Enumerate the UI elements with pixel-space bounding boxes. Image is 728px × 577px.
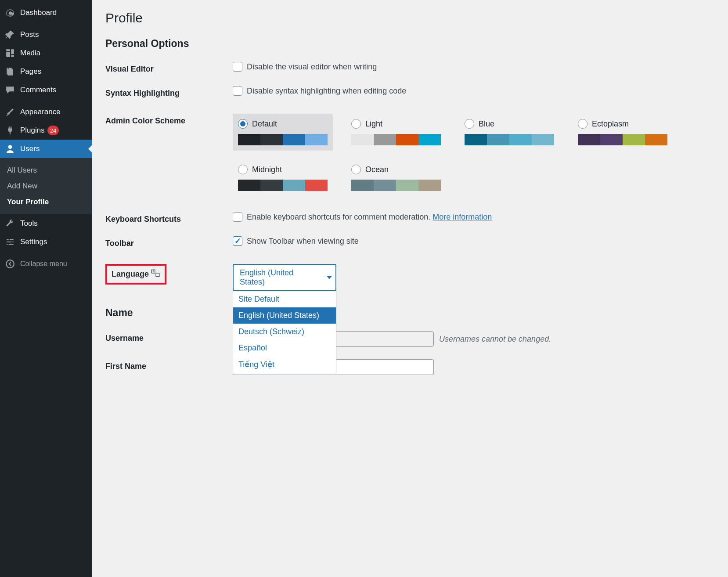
svg-point-0 — [6, 260, 14, 268]
language-option[interactable]: Tiếng Việt — [233, 356, 336, 373]
sidebar-item-label: Pages — [20, 67, 41, 76]
user-icon — [5, 144, 15, 154]
sidebar-item-tools[interactable]: Tools — [0, 214, 92, 233]
sidebar-item-label: Dashboard — [20, 8, 57, 17]
page-title: Profile — [105, 11, 715, 25]
plug-icon — [5, 126, 15, 135]
swatch — [465, 134, 487, 145]
color-schemes: DefaultLightBlueEctoplasmMidnightOcean — [233, 114, 715, 196]
sidebar-item-settings[interactable]: Settings — [0, 233, 92, 251]
sidebar-item-pages[interactable]: Pages — [0, 62, 92, 81]
color-scheme-radio[interactable] — [351, 119, 361, 129]
color-swatches — [238, 134, 328, 145]
swatch — [238, 180, 260, 191]
dashboard-icon — [5, 8, 15, 18]
brush-icon — [5, 107, 15, 117]
chevron-down-icon — [327, 276, 332, 279]
language-option[interactable]: Español — [233, 340, 336, 356]
color-swatches — [351, 134, 441, 145]
sidebar-item-users[interactable]: Users — [0, 140, 92, 158]
visual-editor-checkbox[interactable] — [233, 62, 242, 72]
color-scheme-ocean[interactable]: Ocean — [346, 159, 446, 196]
swatch — [532, 134, 554, 145]
sidebar-item-label: Settings — [20, 238, 47, 246]
sidebar-item-appearance[interactable]: Appearance — [0, 103, 92, 121]
keyboard-checkbox[interactable] — [233, 212, 242, 222]
language-option[interactable]: English (United States) — [233, 307, 336, 324]
first-name-label: First Name — [105, 359, 233, 371]
swatch — [374, 134, 396, 145]
sidebar-collapse[interactable]: Collapse menu — [0, 255, 92, 273]
language-option[interactable]: Deutsch (Schweiz) — [233, 324, 336, 340]
collapse-icon — [5, 259, 15, 269]
translate-icon: A文 — [151, 268, 160, 280]
more-info-link[interactable]: More information — [432, 213, 492, 221]
media-icon — [5, 48, 15, 58]
users-submenu: All Users Add New Your Profile — [0, 158, 92, 214]
toolbar-label: Toolbar — [105, 236, 233, 248]
swatch — [351, 180, 374, 191]
swatch — [238, 134, 260, 145]
language-select[interactable]: English (United States) — [233, 264, 336, 291]
color-scheme-radio[interactable] — [578, 119, 587, 129]
language-label-highlight: Language A文 — [105, 264, 166, 285]
color-scheme-name: Ectoplasm — [592, 119, 629, 129]
sidebar-item-label: Tools — [20, 219, 38, 228]
submenu-all-users[interactable]: All Users — [0, 162, 92, 178]
sidebar-item-comments[interactable]: Comments — [0, 81, 92, 99]
swatch — [487, 134, 509, 145]
submenu-add-new[interactable]: Add New — [0, 178, 92, 194]
language-option[interactable]: Site Default — [233, 291, 336, 307]
swatch — [260, 180, 283, 191]
color-scheme-label: Admin Color Scheme — [105, 114, 233, 126]
sidebar-item-posts[interactable]: Posts — [0, 25, 92, 44]
plugins-badge: 24 — [47, 126, 59, 135]
swatch — [305, 134, 328, 145]
sidebar-item-dashboard[interactable]: Dashboard — [0, 4, 92, 22]
swatch — [305, 180, 328, 191]
svg-text:文: 文 — [156, 273, 159, 276]
syntax-checkbox[interactable] — [233, 86, 242, 96]
swatch — [418, 134, 441, 145]
swatch — [418, 180, 441, 191]
color-scheme-ectoplasm[interactable]: Ectoplasm — [573, 114, 673, 151]
color-scheme-radio[interactable] — [238, 165, 248, 174]
sidebar-item-media[interactable]: Media — [0, 44, 92, 62]
admin-sidebar: Dashboard Posts Media Pages Comments App… — [0, 0, 92, 577]
toolbar-checkbox[interactable] — [233, 236, 242, 246]
language-select-wrap: English (United States) Site DefaultEngl… — [233, 264, 336, 291]
active-pointer — [88, 144, 93, 153]
syntax-label: Syntax Highlighting — [105, 86, 233, 98]
color-scheme-name: Default — [252, 119, 277, 129]
sidebar-item-label: Comments — [20, 86, 56, 94]
language-dropdown: Site DefaultEnglish (United States)Deuts… — [233, 291, 336, 373]
keyboard-label: Keyboard Shortcuts — [105, 212, 233, 224]
name-heading: Name — [105, 307, 715, 319]
color-swatches — [351, 180, 441, 191]
color-scheme-radio[interactable] — [351, 165, 361, 174]
sidebar-item-label: Users — [20, 144, 40, 153]
swatch — [578, 134, 600, 145]
pages-icon — [5, 67, 15, 76]
color-scheme-radio[interactable] — [465, 119, 474, 129]
color-scheme-midnight[interactable]: Midnight — [233, 159, 333, 196]
color-swatches — [578, 134, 667, 145]
submenu-your-profile[interactable]: Your Profile — [0, 194, 92, 210]
color-scheme-default[interactable]: Default — [233, 114, 333, 151]
swatch — [600, 134, 623, 145]
swatch — [283, 180, 305, 191]
sidebar-item-label: Media — [20, 49, 40, 58]
color-scheme-radio[interactable] — [238, 119, 248, 129]
collapse-label: Collapse menu — [20, 260, 67, 268]
sidebar-item-plugins[interactable]: Plugins 24 — [0, 121, 92, 140]
color-scheme-name: Blue — [479, 119, 494, 129]
keyboard-checkbox-label: Enable keyboard shortcuts for comment mo… — [247, 213, 492, 222]
color-scheme-light[interactable]: Light — [346, 114, 446, 151]
sidebar-item-label: Plugins — [20, 126, 45, 135]
color-scheme-blue[interactable]: Blue — [459, 114, 559, 151]
swatch — [351, 134, 374, 145]
pin-icon — [5, 30, 15, 40]
svg-text:A: A — [152, 270, 154, 273]
swatch — [283, 134, 305, 145]
sidebar-item-label: Appearance — [20, 108, 61, 116]
